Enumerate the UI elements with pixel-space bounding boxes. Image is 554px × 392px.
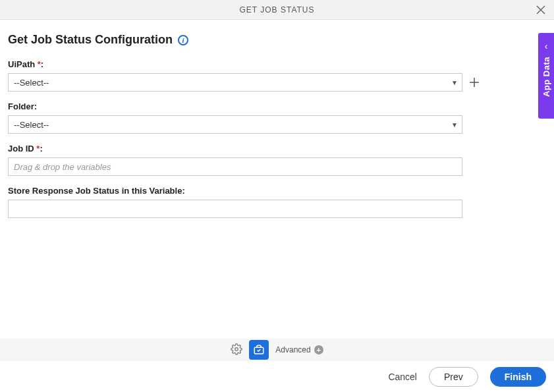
footer-actions: Cancel Prev Finish bbox=[0, 361, 554, 392]
store-label: Store Response Job Status in this Variab… bbox=[8, 186, 185, 196]
uipath-row: --Select-- ▼ bbox=[8, 73, 546, 92]
uipath-select-value: --Select-- bbox=[14, 78, 49, 88]
folder-label: Folder: bbox=[8, 101, 37, 111]
store-group: Store Response Job Status in this Variab… bbox=[8, 185, 546, 218]
advanced-label: Advanced bbox=[275, 345, 310, 354]
jobid-group: Job ID *: bbox=[8, 143, 546, 176]
plus-circle-icon: + bbox=[314, 345, 323, 354]
dialog-title: GET JOB STATUS bbox=[239, 5, 314, 14]
form-content: Get Job Status Configuration i UiPath *:… bbox=[0, 20, 554, 234]
app-data-label: App Data bbox=[541, 57, 551, 97]
page-title-row: Get Job Status Configuration i bbox=[8, 33, 546, 47]
svg-point-4 bbox=[235, 347, 238, 350]
uipath-label: UiPath *: bbox=[8, 59, 43, 69]
add-uipath-button[interactable] bbox=[468, 76, 481, 89]
folder-row: --Select-- ▼ bbox=[8, 115, 546, 134]
close-button[interactable] bbox=[534, 3, 547, 16]
jobid-label: Job ID *: bbox=[8, 144, 43, 154]
settings-button[interactable] bbox=[231, 343, 242, 357]
caret-down-icon: ▼ bbox=[451, 121, 458, 128]
cancel-button[interactable]: Cancel bbox=[388, 372, 417, 382]
uipath-select[interactable]: --Select-- ▼ bbox=[8, 73, 462, 92]
page-title: Get Job Status Configuration bbox=[8, 33, 173, 47]
folder-select[interactable]: --Select-- ▼ bbox=[8, 115, 462, 134]
briefcase-button[interactable] bbox=[249, 340, 269, 360]
folder-select-value: --Select-- bbox=[14, 120, 49, 130]
app-data-tab[interactable]: ‹ App Data bbox=[538, 33, 554, 119]
dialog-header: GET JOB STATUS bbox=[0, 0, 554, 20]
chevron-left-icon: ‹ bbox=[545, 41, 548, 51]
uipath-group: UiPath *: --Select-- ▼ bbox=[8, 59, 546, 92]
bottom-toolbar: Advanced + bbox=[0, 339, 554, 361]
jobid-row bbox=[8, 157, 546, 176]
advanced-toggle[interactable]: Advanced + bbox=[275, 345, 323, 354]
plus-icon bbox=[469, 77, 480, 88]
caret-down-icon: ▼ bbox=[451, 79, 458, 86]
jobid-input[interactable] bbox=[8, 157, 462, 176]
folder-group: Folder: --Select-- ▼ bbox=[8, 101, 546, 134]
close-icon bbox=[536, 5, 545, 14]
info-icon[interactable]: i bbox=[178, 35, 188, 45]
prev-button[interactable]: Prev bbox=[429, 367, 478, 387]
briefcase-check-icon bbox=[253, 344, 265, 356]
gear-icon bbox=[231, 343, 242, 355]
finish-button[interactable]: Finish bbox=[490, 367, 546, 387]
store-row bbox=[8, 200, 546, 218]
store-input[interactable] bbox=[8, 200, 462, 218]
